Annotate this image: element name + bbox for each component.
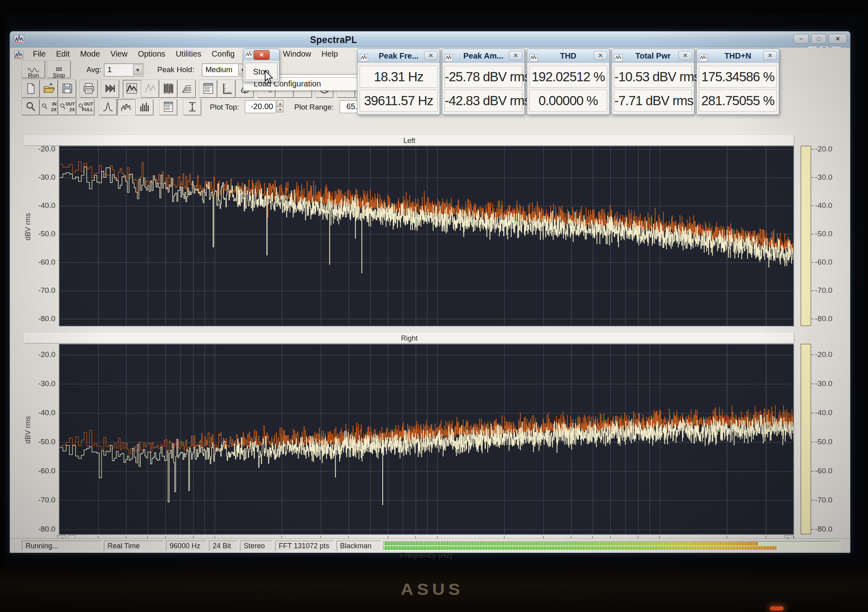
status-cell-4: Stereo bbox=[240, 541, 273, 551]
y-tick bbox=[811, 319, 814, 319]
panel-value-left: 18.31 Hz bbox=[360, 66, 438, 88]
y-axis-label: -60.0 bbox=[31, 467, 55, 475]
app-icon-mini bbox=[445, 52, 453, 59]
mouse-cursor bbox=[264, 70, 275, 84]
spectrogram-display-button[interactable] bbox=[160, 80, 177, 98]
y-axis-label-right: -30.0 bbox=[815, 173, 843, 182]
plot-top-spinner[interactable]: ▲▼ bbox=[277, 100, 283, 112]
status-cell-3: 24 Bit bbox=[209, 541, 238, 551]
spectrum-display-button[interactable] bbox=[123, 80, 141, 98]
run-button[interactable]: Run bbox=[22, 61, 45, 78]
spin-up-icon[interactable]: ▲ bbox=[277, 100, 283, 106]
histogram-bars-icon bbox=[136, 101, 153, 112]
menu-options[interactable]: Options bbox=[133, 48, 170, 60]
minimize-button[interactable]: – bbox=[794, 34, 809, 44]
y-axis-title: dBV rms bbox=[24, 435, 32, 444]
close-button[interactable]: ✕ bbox=[829, 34, 847, 44]
ruler-button[interactable] bbox=[218, 80, 235, 98]
avg-value: 1 bbox=[108, 65, 112, 74]
fast-forward-icon bbox=[102, 82, 119, 94]
zoom-out-full-caption: OUT FULL bbox=[82, 101, 93, 112]
status-bar: Running...Real Time96000 Hz24 BitStereoF… bbox=[10, 538, 850, 553]
y-axis-label-right: -60.0 bbox=[815, 258, 843, 267]
close-icon[interactable]: ✕ bbox=[424, 51, 438, 60]
spin-down-icon[interactable]: ▼ bbox=[277, 106, 283, 112]
menu-config[interactable]: Config bbox=[207, 48, 240, 60]
y-tick bbox=[811, 355, 814, 355]
zoom-out-full-button[interactable]: OUT FULL bbox=[77, 99, 94, 115]
menu-view[interactable]: View bbox=[105, 48, 133, 60]
y-tick bbox=[811, 413, 814, 413]
close-icon[interactable]: ✕ bbox=[678, 51, 692, 60]
spectrum-display-icon bbox=[123, 82, 140, 94]
display-settings-icon bbox=[160, 101, 177, 112]
y-axis-label-right: -70.0 bbox=[815, 496, 843, 504]
menu-mode[interactable]: Mode bbox=[75, 48, 105, 60]
fast-forward-button[interactable] bbox=[102, 80, 119, 98]
zoom-in-2x-caption: IN 2X bbox=[51, 101, 57, 112]
floating-window-titlebar[interactable]: ✕ bbox=[243, 49, 279, 61]
y-axis-label-right: -20.0 bbox=[815, 145, 843, 153]
y-axis-title: dBV rms bbox=[24, 232, 32, 241]
y-axis-label: -80.0 bbox=[31, 314, 55, 323]
status-cell-0: Running... bbox=[22, 541, 102, 551]
menu-window[interactable]: Window bbox=[278, 48, 316, 60]
monitor-photo: SpectraPL – □ ✕ – ❐ ✕ FileEditModeViewOp… bbox=[0, 0, 868, 612]
panel-titlebar[interactable]: Peak Fre...✕ bbox=[358, 49, 440, 63]
close-icon[interactable]: ✕ bbox=[254, 50, 270, 60]
panel-titlebar[interactable]: THD✕ bbox=[527, 49, 609, 63]
display-settings-button[interactable] bbox=[160, 99, 177, 115]
zoom-in-2x-button[interactable]: IN 2X bbox=[40, 99, 58, 115]
surface-3d-display-button[interactable] bbox=[178, 80, 195, 98]
new-document-button[interactable] bbox=[22, 80, 39, 98]
step-curve-button[interactable] bbox=[117, 99, 135, 115]
vertical-range-icon bbox=[184, 101, 201, 112]
print-button[interactable] bbox=[80, 80, 98, 98]
stop-button[interactable]: Stop bbox=[47, 61, 70, 78]
waveform-display-icon bbox=[142, 82, 158, 94]
menu-utilities[interactable]: Utilities bbox=[170, 48, 206, 60]
plot-client-area: Left-20.0-20.0-30.0-30.0-40.0-40.0-50.0-… bbox=[10, 117, 850, 538]
y-tick bbox=[811, 149, 814, 149]
plot-area-left[interactable] bbox=[59, 146, 794, 326]
ruler-icon bbox=[218, 82, 235, 94]
menu-edit[interactable]: Edit bbox=[51, 48, 75, 60]
zoom-button[interactable] bbox=[22, 99, 39, 115]
y-axis-label: -40.0 bbox=[31, 408, 55, 417]
panel-titlebar[interactable]: THD+N✕ bbox=[697, 49, 779, 63]
avg-dropdown[interactable]: 1▼ bbox=[104, 63, 144, 76]
vertical-range-button[interactable] bbox=[184, 99, 201, 115]
maximize-button[interactable]: □ bbox=[811, 34, 826, 44]
peak-hold-dropdown[interactable]: Medium▼ bbox=[202, 63, 249, 76]
level-meter-left bbox=[384, 542, 758, 545]
y-tick bbox=[811, 500, 814, 500]
panel-title: Peak Am... bbox=[463, 51, 503, 60]
plot-top-input[interactable]: -20.00 bbox=[245, 100, 276, 113]
spectrum-plot-left[interactable] bbox=[59, 146, 794, 326]
chevron-down-icon[interactable]: ▼ bbox=[133, 65, 143, 75]
app-icon-mini bbox=[245, 51, 253, 58]
menu-file[interactable]: File bbox=[27, 48, 51, 60]
level-meter-right bbox=[384, 546, 776, 550]
close-icon[interactable]: ✕ bbox=[594, 51, 607, 60]
open-file-button[interactable] bbox=[40, 80, 58, 98]
histogram-bars-button[interactable] bbox=[136, 99, 153, 115]
y-axis-label: -70.0 bbox=[31, 286, 55, 295]
panel-titlebar[interactable]: Total Pwr✕ bbox=[612, 49, 694, 63]
spectrum-plot-right[interactable] bbox=[59, 344, 794, 535]
measurement-panel-totalpwr: Total Pwr✕-10.53 dBV rms-7.71 dBV rms bbox=[612, 49, 694, 115]
title-bar[interactable]: SpectraPL – □ ✕ – ❐ ✕ bbox=[10, 31, 850, 47]
y-axis-label-right: -40.0 bbox=[815, 201, 843, 210]
plot-area-right[interactable] bbox=[59, 344, 794, 534]
zoom-out-2x-button[interactable]: OUT 2X bbox=[59, 99, 76, 115]
display-settings-button[interactable] bbox=[199, 80, 217, 98]
menu-help[interactable]: Help bbox=[316, 48, 343, 60]
close-icon[interactable]: ✕ bbox=[763, 51, 777, 60]
close-icon[interactable]: ✕ bbox=[509, 51, 522, 60]
run-icon bbox=[22, 63, 45, 71]
panel-titlebar[interactable]: Peak Am...✕ bbox=[442, 49, 524, 63]
waveform-display-button[interactable] bbox=[141, 80, 159, 98]
save-button[interactable] bbox=[59, 80, 76, 98]
y-axis-label: -30.0 bbox=[31, 379, 55, 388]
peak-curve-button[interactable] bbox=[99, 99, 117, 115]
